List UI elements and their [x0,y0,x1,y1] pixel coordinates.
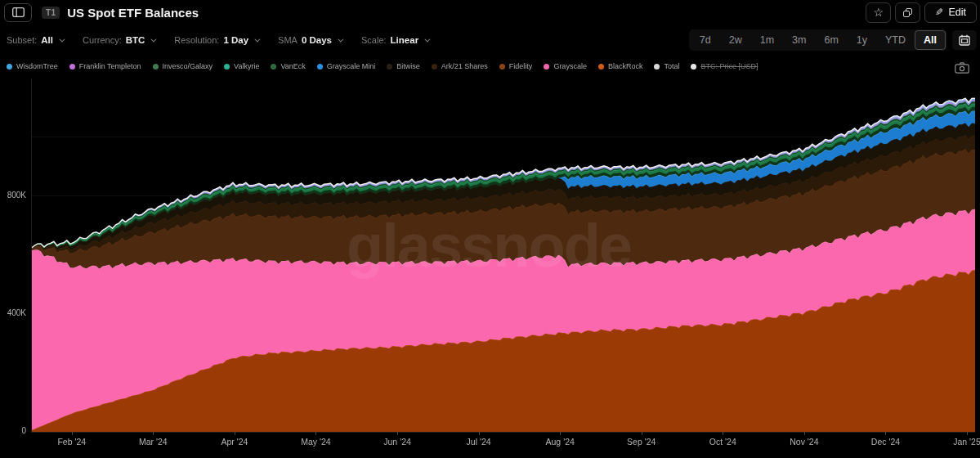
legend-item-vaneck[interactable]: VanEck [271,62,305,70]
edit-button-label: Edit [948,7,966,18]
legend-dot-icon [69,64,75,70]
calendar-icon [959,34,970,46]
copy-icon [903,8,912,17]
legend-item-franklin-templeton[interactable]: Franklin Templeton [69,62,141,70]
range-button-1m[interactable]: 1m [751,30,783,50]
legend-dot-icon [317,64,323,70]
legend-dot-icon [7,64,12,70]
header-bar: T1 US Spot ETF Balances ☆ ✎ Edit [4,2,977,23]
legend-dot-icon [387,64,392,70]
favorite-button[interactable]: ☆ [866,2,891,23]
legend-label: Invesco/Galaxy [163,62,213,70]
legend-label: Valkyrie [234,62,259,70]
legend-label: Fidelity [509,62,533,70]
chevron-down-icon [59,36,65,42]
legend-dot-icon [598,64,604,70]
header-actions: ☆ ✎ Edit [866,2,977,23]
chevron-down-icon [151,36,157,42]
legend-item-btc--price--usd-[interactable]: BTC: Price [USD] [691,62,758,70]
legend-item-grayscale-mini[interactable]: Grayscale Mini [317,62,376,70]
filter-toolbar: Subset:AllCurrency:BTCResolution:1 DaySM… [7,33,428,47]
legend-item-bitwise[interactable]: Bitwise [387,62,420,70]
legend-item-fidelity[interactable]: Fidelity [499,62,533,70]
time-range-toolbar: 7d2w1m3m6m1yYTDAll [689,29,977,51]
legend-label: WisdomTree [16,62,58,70]
date-picker-button[interactable] [952,30,977,50]
filter-sma[interactable]: SMA0 Days [278,35,342,45]
chevron-down-icon [254,36,260,42]
legend-dot-icon [499,64,505,70]
legend-label: Franklin Templeton [79,62,141,70]
filter-value: 0 Days [302,35,332,45]
legend-label: VanEck [280,62,305,70]
legend-item-blackrock[interactable]: BlackRock [598,62,643,70]
filter-value: Linear [391,35,419,45]
filter-resolution[interactable]: Resolution:1 Day [174,35,258,45]
page-title: US Spot ETF Balances [67,6,199,20]
legend-item-grayscale[interactable]: Grayscale [544,62,587,70]
camera-icon [955,62,969,74]
legend-dot-icon [153,64,159,70]
panel-left-icon [12,7,25,17]
screenshot-button[interactable] [955,62,969,74]
legend-dot-icon [271,64,276,70]
star-icon: ☆ [874,7,884,18]
filter-label: Resolution: [174,35,219,45]
legend-dot-icon [691,64,696,70]
legend-label: BTC: Price [USD] [700,62,758,70]
legend-label: Ark/21 Shares [441,62,488,70]
legend-label: Total [664,62,679,70]
legend-label: Bitwise [396,62,420,70]
range-button-ytd[interactable]: YTD [876,30,915,50]
range-button-2w[interactable]: 2w [720,30,751,50]
legend-item-valkyrie[interactable]: Valkyrie [224,62,259,70]
filter-value: BTC [126,35,145,45]
filter-value: All [41,35,53,45]
pencil-icon: ✎ [935,7,943,18]
copy-button[interactable] [895,2,920,23]
legend-item-wisdomtree[interactable]: WisdomTree [7,62,58,70]
legend-item-invesco-galaxy[interactable]: Invesco/Galaxy [153,62,213,70]
range-button-7d[interactable]: 7d [691,30,720,50]
filter-value: 1 Day [223,35,248,45]
legend-label: BlackRock [608,62,643,70]
filter-label: Scale: [361,35,387,45]
legend-label: Grayscale [553,62,587,70]
legend-label: Grayscale Mini [327,62,376,70]
chart-tag-badge: T1 [42,7,60,19]
chevron-down-icon [338,36,343,42]
sidebar-toggle-button[interactable] [4,3,32,22]
filter-label: Subset: [7,35,37,45]
legend-dot-icon [544,64,549,70]
range-button-all[interactable]: All [915,30,946,50]
filter-subset[interactable]: Subset:All [7,35,63,45]
legend-dot-icon [432,64,437,70]
legend-dot-icon [224,64,230,70]
filter-label: Currency: [83,35,122,45]
legend-item-ark-21-shares[interactable]: Ark/21 Shares [432,62,488,70]
edit-button[interactable]: ✎ Edit [924,2,977,23]
filter-scale[interactable]: Scale:Linear [361,35,428,45]
filter-currency[interactable]: Currency:BTC [83,35,154,45]
range-button-3m[interactable]: 3m [783,30,815,50]
filter-label: SMA [278,35,298,45]
chart-legend: WisdomTreeFranklin TempletonInvesco/Gala… [7,61,944,71]
legend-dot-icon [654,64,660,70]
range-button-1y[interactable]: 1y [848,30,876,50]
range-button-6m[interactable]: 6m [815,30,847,50]
time-range-group: 7d2w1m3m6m1yYTDAll [689,29,947,51]
legend-item-total[interactable]: Total [654,62,679,70]
